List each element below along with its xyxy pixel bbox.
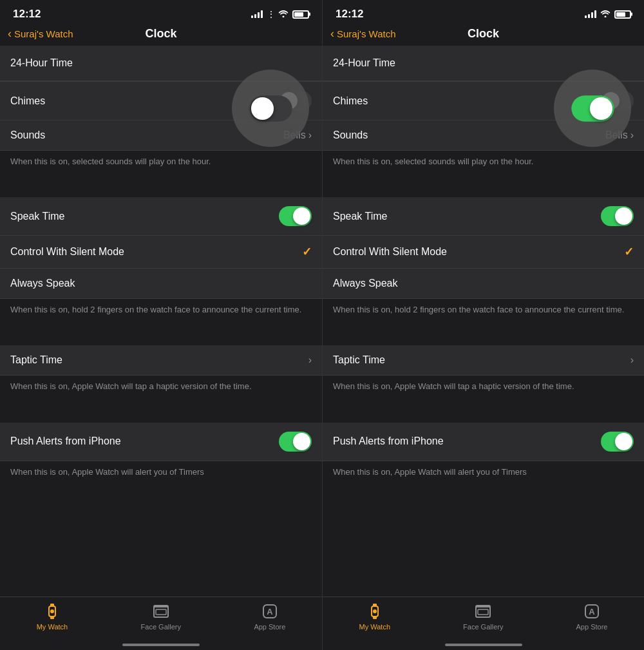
nav-title-right: Clock: [468, 27, 499, 41]
sounds-desc-right: When this is on, selected sounds will pl…: [323, 151, 644, 175]
nav-back-left[interactable]: ‹ Suraj's Watch: [8, 27, 73, 41]
sounds-chevron-left: ›: [308, 129, 312, 141]
taptic-desc-right: When this is on, Apple Watch will tap a …: [323, 376, 644, 400]
divider1-left: [0, 175, 322, 197]
tab-face-gallery-right[interactable]: Face Gallery: [463, 602, 503, 631]
tab-my-watch-left[interactable]: My Watch: [37, 602, 68, 631]
phones-container: 12:12 ⋮ ‹: [0, 0, 644, 650]
tab-label-app-store-right: App Store: [576, 623, 608, 631]
divider3-right: [323, 401, 644, 423]
label-chimes-left: Chimes: [10, 95, 45, 107]
row-speak-time-right[interactable]: Speak Time: [323, 197, 644, 236]
label-always-speak-right: Always Speak: [333, 278, 398, 289]
svg-point-3: [50, 609, 54, 613]
battery-icon-left: [292, 10, 309, 19]
toggle-24hr-highlight-left[interactable]: [249, 95, 292, 121]
label-24hr-right: 24-Hour Time: [333, 57, 395, 69]
label-push-alerts-right: Push Alerts from iPhone: [333, 435, 444, 447]
push-desc-left: When this is on, Apple Watch will alert …: [0, 461, 322, 486]
tab-label-my-watch-right: My Watch: [359, 623, 391, 631]
label-always-speak-left: Always Speak: [10, 278, 75, 289]
label-silent-mode-left: Control With Silent Mode: [10, 246, 124, 258]
toggle-highlight-right: [554, 70, 631, 147]
tab-label-face-gallery-left: Face Gallery: [141, 623, 181, 631]
wifi-icon-right: [600, 8, 611, 20]
row-always-speak-right[interactable]: Always Speak: [323, 269, 644, 299]
row-always-speak-left[interactable]: Always Speak: [0, 269, 322, 299]
checkmark-silent-right: ✓: [624, 245, 634, 259]
status-time-left: 12:12: [13, 8, 41, 21]
wifi-icon-left: ⋮: [267, 9, 289, 19]
signal-icon-right: [585, 10, 596, 18]
toggle-highlight-left: [232, 70, 309, 147]
toggle-speak-time-right[interactable]: [601, 206, 634, 226]
right-phone: 12:12 ‹: [322, 0, 644, 650]
svg-rect-10: [373, 604, 377, 607]
tab-my-watch-right[interactable]: My Watch: [359, 602, 391, 631]
signal-icon-left: [251, 10, 263, 18]
tab-face-gallery-left[interactable]: Face Gallery: [141, 602, 181, 631]
toggle-speak-time-left[interactable]: [279, 206, 312, 226]
label-push-alerts-left: Push Alerts from iPhone: [10, 435, 121, 447]
svg-text:A: A: [589, 607, 595, 617]
row-silent-mode-left[interactable]: Control With Silent Mode ✓: [0, 236, 322, 269]
always-speak-desc-right: When this is on, hold 2 fingers on the w…: [323, 299, 644, 323]
tab-app-store-right[interactable]: A App Store: [576, 602, 608, 631]
status-icons-right: [585, 8, 631, 20]
face-gallery-icon-left: [152, 602, 170, 620]
taptic-chevron-left: ›: [308, 354, 312, 366]
tab-app-store-left[interactable]: A App Store: [254, 602, 285, 631]
status-icons-left: ⋮: [251, 9, 309, 19]
toggle-push-alerts-left[interactable]: [279, 432, 312, 452]
svg-point-12: [373, 609, 377, 613]
svg-rect-2: [50, 616, 54, 619]
label-24hr-left: 24-Hour Time: [10, 57, 73, 69]
label-sounds-left: Sounds: [10, 129, 45, 141]
row-speak-time-left[interactable]: Speak Time: [0, 197, 322, 236]
left-phone: 12:12 ⋮ ‹: [0, 0, 322, 650]
sounds-desc-left: When this is on, selected sounds will pl…: [0, 151, 322, 175]
tab-label-face-gallery-right: Face Gallery: [463, 623, 503, 631]
svg-text:A: A: [267, 607, 273, 617]
svg-rect-5: [154, 606, 168, 607]
push-desc-right: When this is on, Apple Watch will alert …: [323, 461, 644, 486]
row-silent-mode-right[interactable]: Control With Silent Mode ✓: [323, 236, 644, 269]
back-chevron-icon-right: ‹: [330, 27, 334, 41]
taptic-desc-left: When this is on, Apple Watch will tap a …: [0, 376, 322, 400]
tab-bar-left: My Watch Face Gallery A: [0, 597, 322, 650]
label-silent-mode-right: Control With Silent Mode: [333, 246, 447, 258]
app-store-icon-right: A: [583, 602, 601, 620]
face-gallery-icon-right: [474, 602, 492, 620]
my-watch-icon-left: [43, 602, 61, 620]
tab-label-my-watch-left: My Watch: [37, 623, 68, 631]
divider2-right: [323, 323, 644, 345]
row-push-alerts-left[interactable]: Push Alerts from iPhone: [0, 423, 322, 461]
row-push-alerts-right[interactable]: Push Alerts from iPhone: [323, 423, 644, 461]
svg-rect-15: [478, 609, 488, 615]
back-chevron-icon-left: ‹: [8, 27, 12, 41]
status-bar-left: 12:12 ⋮: [0, 0, 322, 24]
tab-label-app-store-left: App Store: [254, 623, 285, 631]
status-bar-right: 12:12: [323, 0, 644, 24]
label-taptic-time-left: Taptic Time: [10, 354, 62, 366]
svg-rect-14: [476, 606, 490, 607]
home-indicator-left: [122, 644, 200, 646]
label-chimes-right: Chimes: [333, 95, 368, 107]
divider3-left: [0, 401, 322, 423]
nav-back-right[interactable]: ‹ Suraj's Watch: [330, 27, 396, 41]
divider1-right: [323, 175, 644, 197]
checkmark-silent-left: ✓: [302, 245, 312, 259]
my-watch-icon-right: [366, 602, 384, 620]
label-speak-time-left: Speak Time: [10, 211, 64, 222]
row-taptic-time-right[interactable]: Taptic Time ›: [323, 345, 644, 376]
toggle-push-alerts-right[interactable]: [601, 432, 634, 452]
app-store-icon-left: A: [261, 602, 279, 620]
always-speak-desc-left: When this is on, hold 2 fingers on the w…: [0, 299, 322, 323]
toggle-24hr-highlight-right[interactable]: [571, 95, 614, 121]
nav-bar-left: ‹ Suraj's Watch Clock: [0, 24, 322, 46]
row-taptic-time-left[interactable]: Taptic Time ›: [0, 345, 322, 376]
label-speak-time-right: Speak Time: [333, 211, 387, 222]
nav-back-label-left: Suraj's Watch: [14, 28, 73, 39]
home-indicator-right: [445, 644, 522, 646]
nav-back-label-right: Suraj's Watch: [337, 28, 396, 39]
